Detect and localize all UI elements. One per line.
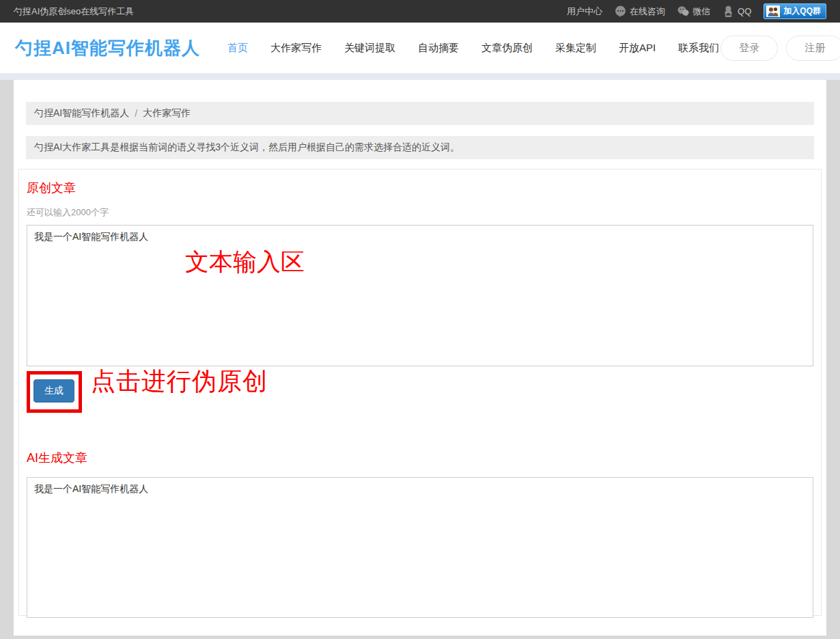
register-button[interactable]: 注册 — [786, 36, 840, 61]
topbar-links: 用户中心 在线咨询 微信 QQ 加入QQ群 — [567, 3, 826, 19]
breadcrumb-home-link[interactable]: 勺捏AI智能写作机器人 — [34, 107, 129, 120]
page-background: 勺捏AI智能写作机器人 / 大作家写作 勺捏AI大作家工具是根据当前词的语义寻找… — [0, 80, 840, 639]
header-divider — [0, 73, 840, 80]
generated-text-output[interactable]: 我是一个AI智能写作机器人 — [27, 477, 813, 618]
site-logo[interactable]: 勺捏AI智能写作机器人 — [15, 36, 200, 60]
tool-description-text: 勺捏AI大作家工具是根据当前词的语义寻找3个近义词，然后用户根据自己的需求选择合… — [34, 141, 460, 154]
chat-bubble-icon — [615, 5, 626, 17]
site-subtitle: 勺捏AI伪原创seo在线写作工具 — [14, 5, 134, 18]
breadcrumb-current: 大作家写作 — [143, 107, 191, 120]
writer-panel: 原创文章 还可以输入2000个字 我是一个AI智能写作机器人 文本输入区 生成 … — [18, 169, 822, 616]
nav-item-auto-summary[interactable]: 自动摘要 — [417, 38, 460, 59]
main-header: 勺捏AI智能写作机器人 首页 大作家写作 关键词提取 自动摘要 文章伪原创 采集… — [0, 23, 840, 73]
input-area-wrap: 我是一个AI智能写作机器人 文本输入区 — [27, 225, 813, 366]
breadcrumb-separator: / — [135, 108, 137, 119]
login-button[interactable]: 登录 — [720, 36, 778, 61]
source-text-input[interactable]: 我是一个AI智能写作机器人 — [27, 225, 813, 366]
auth-buttons: 登录 注册 — [720, 36, 840, 61]
breadcrumb: 勺捏AI智能写作机器人 / 大作家写作 — [26, 102, 814, 125]
join-qq-group-button[interactable]: 加入QQ群 — [764, 3, 826, 19]
wechat-link[interactable]: 微信 — [677, 5, 710, 18]
output-area-wrap: 我是一个AI智能写作机器人 — [27, 477, 813, 618]
nav-item-writer[interactable]: 大作家写作 — [269, 38, 323, 59]
qq-link[interactable]: QQ — [723, 5, 751, 17]
generate-button[interactable]: 生成 — [33, 379, 74, 403]
online-service-link[interactable]: 在线咨询 — [615, 5, 665, 18]
char-count-hint: 还可以输入2000个字 — [27, 206, 813, 219]
nav-item-keyword-extract[interactable]: 关键词提取 — [343, 38, 397, 59]
generate-row: 生成 点击进行伪原创 — [27, 379, 813, 401]
tool-description-bar: 勺捏AI大作家工具是根据当前词的语义寻找3个近义词，然后用户根据自己的需求选择合… — [26, 136, 814, 159]
user-center-link[interactable]: 用户中心 — [567, 5, 602, 18]
qq-group-avatars-icon — [766, 5, 780, 17]
nav-item-open-api[interactable]: 开放API — [617, 38, 657, 59]
content-container: 勺捏AI智能写作机器人 / 大作家写作 勺捏AI大作家工具是根据当前词的语义寻找… — [14, 80, 826, 636]
main-nav: 首页 大作家写作 关键词提取 自动摘要 文章伪原创 采集定制 开放API 联系我… — [226, 38, 720, 59]
topbar: 勺捏AI伪原创seo在线写作工具 用户中心 在线咨询 微信 QQ — [0, 0, 840, 23]
annotation-generate-hint: 点击进行伪原创 — [91, 367, 268, 395]
nav-item-home[interactable]: 首页 — [226, 38, 249, 59]
output-section-title: AI生成文章 — [27, 450, 813, 466]
nav-item-pseudo-original[interactable]: 文章伪原创 — [480, 38, 534, 59]
input-section-title: 原创文章 — [27, 180, 813, 196]
nav-item-collection-custom[interactable]: 采集定制 — [554, 38, 598, 59]
nav-item-contact-us[interactable]: 联系我们 — [677, 38, 720, 59]
qq-penguin-icon — [723, 5, 734, 17]
wechat-icon — [677, 5, 689, 17]
